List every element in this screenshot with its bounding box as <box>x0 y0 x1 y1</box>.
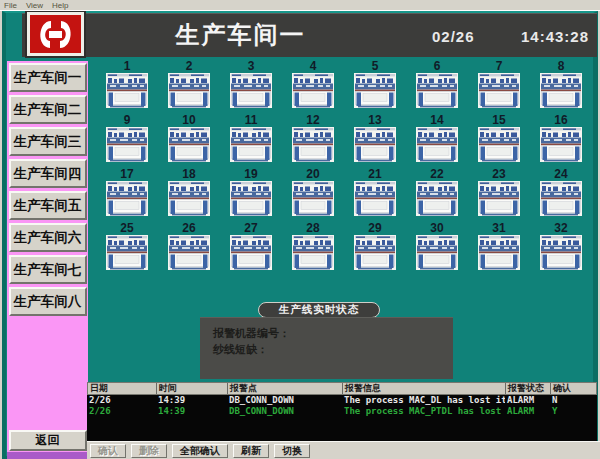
machine-icon <box>478 235 520 270</box>
alarm-cell-4: ALARM <box>505 406 550 417</box>
menu-help[interactable]: Help <box>52 1 68 10</box>
switch-button[interactable]: 切换 <box>274 444 310 458</box>
alarm-cell-4: ALARM <box>505 395 550 406</box>
ack-button[interactable]: 确认 <box>90 444 126 458</box>
machine-icon <box>230 181 272 216</box>
bottom-toolbar: 确认删除全部确认刷新切换 <box>87 441 600 459</box>
machine-icon <box>292 235 334 270</box>
machine-icon <box>416 127 458 162</box>
machine-number: 20 <box>306 167 319 181</box>
machine-cell[interactable]: 30 <box>416 221 458 275</box>
alarm-cell-0: 2/26 <box>87 406 156 417</box>
machine-number: 27 <box>244 221 257 235</box>
machine-cell[interactable]: 2 <box>168 59 210 113</box>
machine-cell[interactable]: 4 <box>292 59 334 113</box>
machine-icon <box>292 127 334 162</box>
machine-cell[interactable]: 17 <box>106 167 148 221</box>
machine-number: 19 <box>244 167 257 181</box>
machine-cell[interactable]: 26 <box>168 221 210 275</box>
machine-cell[interactable]: 8 <box>540 59 582 113</box>
machine-number: 25 <box>120 221 133 235</box>
machine-icon <box>168 127 210 162</box>
ack-all-button[interactable]: 全部确认 <box>172 444 228 458</box>
machine-cell[interactable]: 18 <box>168 167 210 221</box>
machine-icon <box>478 181 520 216</box>
machine-cell[interactable]: 9 <box>106 113 148 167</box>
sidebar-item-workshop-4[interactable]: 生产车间四 <box>9 159 87 188</box>
machine-icon <box>106 73 148 108</box>
machine-cell[interactable]: 28 <box>292 221 334 275</box>
machine-cell[interactable]: 7 <box>478 59 520 113</box>
machine-cell[interactable]: 11 <box>230 113 272 167</box>
header-date: 02/26 <box>432 28 496 45</box>
machine-cell[interactable]: 32 <box>540 221 582 275</box>
machine-number: 1 <box>124 59 131 73</box>
alarm-row[interactable]: 2/2614:39DB_CONN_DOWNThe process MAC_PTD… <box>87 406 597 417</box>
machine-cell[interactable]: 25 <box>106 221 148 275</box>
machine-cell[interactable]: 1 <box>106 59 148 113</box>
machine-icon <box>540 127 582 162</box>
machine-cell[interactable]: 12 <box>292 113 334 167</box>
machine-cell[interactable]: 3 <box>230 59 272 113</box>
machine-number: 9 <box>124 113 131 127</box>
company-logo <box>25 11 86 58</box>
machine-cell[interactable]: 5 <box>354 59 396 113</box>
machine-icon <box>478 127 520 162</box>
machine-icon <box>230 127 272 162</box>
menu-view[interactable]: View <box>26 1 43 10</box>
alarm-cell-1: 14:39 <box>156 406 227 417</box>
column-header-2: 报警点 <box>228 383 343 394</box>
sidebar-item-workshop-2[interactable]: 生产车间二 <box>9 95 87 124</box>
machine-cell[interactable]: 27 <box>230 221 272 275</box>
machine-cell[interactable]: 15 <box>478 113 520 167</box>
machine-number: 30 <box>430 221 443 235</box>
machine-cell[interactable]: 22 <box>416 167 458 221</box>
machine-cell[interactable]: 23 <box>478 167 520 221</box>
machine-number: 12 <box>306 113 319 127</box>
alarm-cell-5: Y <box>550 406 593 417</box>
machine-cell[interactable]: 19 <box>230 167 272 221</box>
alarm-row[interactable]: 2/2614:39DB_CONN_DOWNThe process MAC_DL … <box>87 395 597 406</box>
sidebar-item-workshop-7[interactable]: 生产车间七 <box>9 255 87 284</box>
machine-icon <box>416 181 458 216</box>
machine-cell[interactable]: 20 <box>292 167 334 221</box>
machine-icon <box>106 181 148 216</box>
machine-icon <box>478 73 520 108</box>
machine-cell[interactable]: 31 <box>478 221 520 275</box>
machine-number: 17 <box>120 167 133 181</box>
machine-icon <box>354 127 396 162</box>
machine-cell[interactable]: 16 <box>540 113 582 167</box>
workshop-sidebar: 生产车间一生产车间二生产车间三生产车间四生产车间五生产车间六生产车间七生产车间八… <box>7 61 88 452</box>
machine-cell[interactable]: 13 <box>354 113 396 167</box>
back-button[interactable]: 返回 <box>9 430 87 451</box>
machine-number: 24 <box>554 167 567 181</box>
machine-cell[interactable]: 24 <box>540 167 582 221</box>
alarm-cell-1: 14:39 <box>156 395 227 406</box>
delete-button[interactable]: 删除 <box>131 444 167 458</box>
refresh-button[interactable]: 刷新 <box>233 444 269 458</box>
status-tab: 生产线实时状态 <box>258 302 380 318</box>
menu-file[interactable]: File <box>4 1 17 10</box>
machine-cell[interactable]: 10 <box>168 113 210 167</box>
sidebar-item-workshop-8[interactable]: 生产车间八 <box>9 287 87 316</box>
machine-number: 14 <box>430 113 443 127</box>
yarn-shortage-label: 纱线短缺： <box>213 341 453 357</box>
page-title: 生产车间一 <box>158 20 323 50</box>
machine-cell[interactable]: 14 <box>416 113 458 167</box>
machine-cell[interactable]: 29 <box>354 221 396 275</box>
sidebar-item-workshop-1[interactable]: 生产车间一 <box>9 63 87 92</box>
sidebar-item-workshop-5[interactable]: 生产车间五 <box>9 191 87 220</box>
sidebar-item-workshop-3[interactable]: 生产车间三 <box>9 127 87 156</box>
column-header-4: 报警状态 <box>506 383 551 394</box>
machine-number: 22 <box>430 167 443 181</box>
machine-icon <box>540 73 582 108</box>
column-header-3: 报警信息 <box>343 383 506 394</box>
machine-number: 32 <box>554 221 567 235</box>
sidebar-item-workshop-6[interactable]: 生产车间六 <box>9 223 87 252</box>
alarm-cell-2: DB_CONN_DOWN <box>227 395 342 406</box>
machine-number: 7 <box>496 59 503 73</box>
machine-number: 16 <box>554 113 567 127</box>
alarm-cell-2: DB_CONN_DOWN <box>227 406 342 417</box>
machine-cell[interactable]: 21 <box>354 167 396 221</box>
machine-cell[interactable]: 6 <box>416 59 458 113</box>
